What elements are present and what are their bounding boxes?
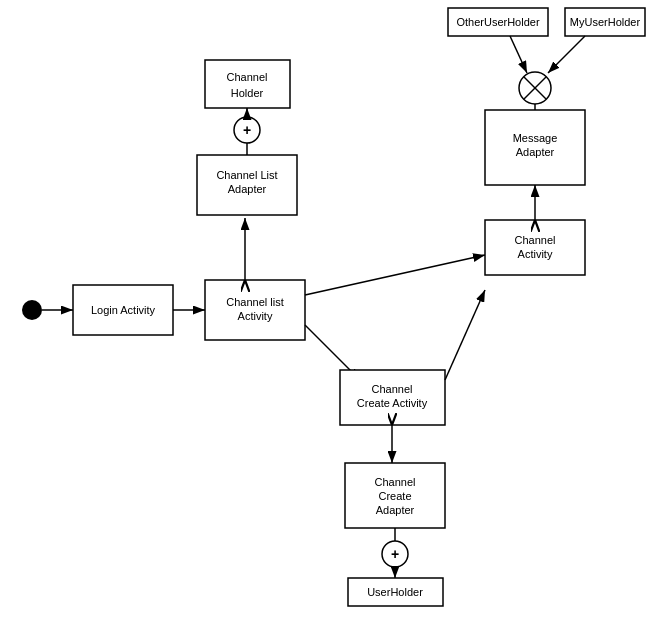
my-user-holder-label: MyUserHolder	[570, 16, 641, 28]
arrow-myuserholder-xcircle	[548, 36, 585, 73]
channel-create-activity-label-1: Channel	[372, 383, 413, 395]
channel-list-adapter-label-1: Channel List	[216, 169, 277, 181]
arrow-otheruserholder-xcircle	[510, 36, 527, 73]
message-adapter-label-1: Message	[513, 132, 558, 144]
channel-activity-label-1: Channel	[515, 234, 556, 246]
channel-holder-box	[205, 60, 290, 108]
plus-icon-2: +	[391, 546, 399, 562]
channel-list-activity-label-1: Channel list	[226, 296, 283, 308]
channel-create-adapter-label-2: Create	[378, 490, 411, 502]
channel-list-adapter-label-2: Adapter	[228, 183, 267, 195]
channel-list-activity-label-2: Activity	[238, 310, 273, 322]
channel-holder-label-2: Holder	[231, 87, 264, 99]
channel-holder-label-1: Channel	[227, 71, 268, 83]
channel-create-activity-label-2: Create Activity	[357, 397, 428, 409]
channel-create-adapter-label-3: Adapter	[376, 504, 415, 516]
channel-create-adapter-label-1: Channel	[375, 476, 416, 488]
arrow-channellist-channelactivity	[305, 255, 485, 295]
plus-icon-1: +	[243, 122, 251, 138]
arrow-createactivity-channelactivity	[445, 290, 485, 380]
start-dot	[22, 300, 42, 320]
channel-activity-label-2: Activity	[518, 248, 553, 260]
other-user-holder-label: OtherUserHolder	[456, 16, 539, 28]
login-activity-label: Login Activity	[91, 304, 156, 316]
user-holder-label: UserHolder	[367, 586, 423, 598]
message-adapter-label-2: Adapter	[516, 146, 555, 158]
